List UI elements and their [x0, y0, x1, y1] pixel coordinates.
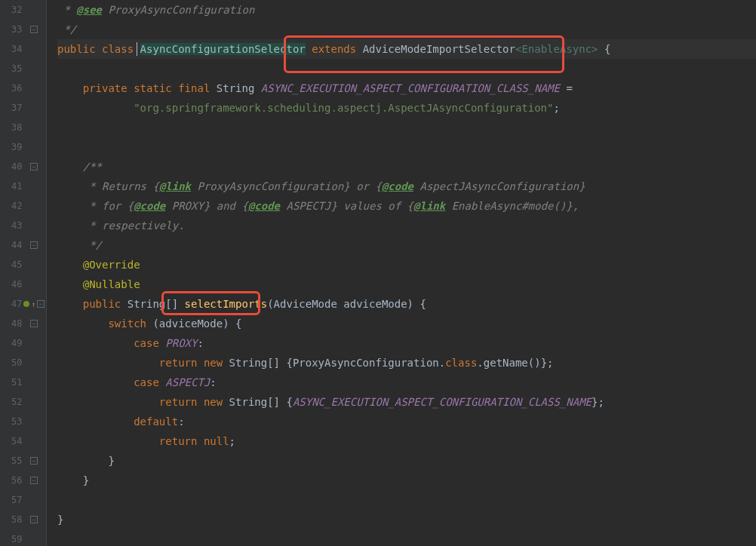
gutter-row: 33−: [0, 20, 46, 39]
fold-icon[interactable]: −: [30, 457, 38, 465]
line-number: 32: [0, 5, 23, 15]
fold-icon[interactable]: −: [30, 516, 38, 523]
line-number: 54: [0, 436, 23, 446]
code-line: switch (adviceMode) {: [57, 314, 756, 333]
line-number: 38: [0, 122, 23, 133]
line-number: 48: [0, 318, 23, 329]
gutter-icons: −: [23, 241, 46, 249]
line-number: 50: [0, 357, 23, 368]
code-line: }: [57, 471, 756, 490]
line-number: 42: [0, 201, 23, 211]
gutter-row: 36: [0, 78, 46, 98]
gutter-icons: −: [23, 163, 46, 170]
gutter-icons: ↑−: [23, 300, 46, 308]
gutter-row: 57: [0, 490, 46, 510]
gutter-row: 40−: [0, 157, 46, 176]
code-line: * @see ProxyAsyncConfiguration: [57, 0, 756, 20]
code-line: */: [57, 20, 756, 39]
fold-icon[interactable]: −: [30, 163, 38, 170]
gutter-row: 43: [0, 216, 46, 235]
gutter-row: 34: [0, 39, 46, 59]
gutter-row: 56−: [0, 471, 46, 490]
fold-icon[interactable]: −: [37, 300, 45, 308]
line-number: 51: [0, 377, 23, 388]
code-line: @Nullable: [57, 275, 756, 294]
code-line: return new String[] {ProxyAsyncConfigura…: [57, 353, 756, 373]
line-number: 37: [0, 103, 23, 113]
override-arrow-icon[interactable]: ↑: [31, 300, 35, 308]
gutter-row: 51: [0, 373, 46, 392]
code-line: [57, 490, 756, 510]
gutter-icons: −: [23, 320, 46, 327]
line-number: 58: [0, 514, 23, 525]
line-number: 45: [0, 259, 23, 270]
gutter-icons: −: [23, 477, 46, 484]
line-number: 55: [0, 456, 23, 466]
gutter-row: 42: [0, 196, 46, 216]
gutter-row: 45: [0, 255, 46, 275]
code-line: */: [57, 235, 756, 255]
gutter-row: 46: [0, 275, 46, 294]
code-line: * for {@code PROXY} and {@code ASPECTJ} …: [57, 196, 756, 216]
gutter-row: 54: [0, 431, 46, 451]
code-area[interactable]: * @see ProxyAsyncConfiguration */ public…: [47, 0, 756, 546]
line-number: 52: [0, 397, 23, 407]
line-number: 35: [0, 63, 23, 74]
line-number: 40: [0, 161, 23, 172]
line-number: 59: [0, 534, 23, 544]
code-line: "org.springframework.scheduling.aspectj.…: [57, 98, 756, 118]
line-number: 36: [0, 83, 23, 94]
code-line: case PROXY:: [57, 333, 756, 353]
code-line: public class AsyncConfigurationSelector …: [57, 39, 756, 59]
code-line: @Override: [57, 255, 756, 275]
line-number: 56: [0, 475, 23, 486]
gutter-row: 53: [0, 412, 46, 431]
code-line: private static final String ASYNC_EXECUT…: [57, 78, 756, 98]
code-line: * respectively.: [57, 216, 756, 235]
code-line: return new String[] {ASYNC_EXECUTION_ASP…: [57, 392, 756, 412]
gutter-row: 32: [0, 0, 46, 20]
fold-icon[interactable]: −: [30, 320, 38, 327]
gutter-row: 49: [0, 333, 46, 353]
code-line: * Returns {@link ProxyAsyncConfiguration…: [57, 176, 756, 196]
gutter-icons: −: [23, 516, 46, 523]
line-number: 49: [0, 338, 23, 348]
line-number: 33: [0, 24, 23, 35]
code-line: default:: [57, 412, 756, 431]
line-number: 47: [0, 299, 23, 309]
gutter-icons: −: [23, 457, 46, 465]
fold-icon[interactable]: −: [30, 26, 38, 33]
code-line: case ASPECTJ:: [57, 373, 756, 392]
line-number: 53: [0, 416, 23, 427]
line-number: 46: [0, 279, 23, 290]
gutter-row: 41: [0, 176, 46, 196]
line-number: 44: [0, 240, 23, 250]
gutter: 3233−34353637383940−41424344−454647↑−48−…: [0, 0, 47, 546]
code-line: [57, 137, 756, 157]
code-line: [57, 529, 756, 546]
line-number: 34: [0, 44, 23, 54]
code-line: /**: [57, 157, 756, 176]
code-editor: 3233−34353637383940−41424344−454647↑−48−…: [0, 0, 756, 546]
line-number: 57: [0, 495, 23, 505]
line-number: 43: [0, 220, 23, 231]
code-line: public String[] selectImports(AdviceMode…: [57, 294, 756, 314]
gutter-row: 39: [0, 137, 46, 157]
gutter-row: 55−: [0, 451, 46, 471]
gutter-row: 37: [0, 98, 46, 118]
gutter-row: 58−: [0, 510, 46, 529]
gutter-icons: −: [23, 26, 46, 33]
code-line: [57, 118, 756, 137]
code-line: }: [57, 510, 756, 529]
fold-icon[interactable]: −: [30, 241, 38, 249]
gutter-row: 47↑−: [0, 294, 46, 314]
gutter-row: 44−: [0, 235, 46, 255]
fold-icon[interactable]: −: [30, 477, 38, 484]
line-number: 41: [0, 181, 23, 192]
code-line: }: [57, 451, 756, 471]
gutter-row: 59: [0, 529, 46, 546]
gutter-row: 48−: [0, 314, 46, 333]
breakpoint-marker-icon[interactable]: [23, 301, 29, 307]
code-line: [57, 59, 756, 78]
gutter-row: 35: [0, 59, 46, 78]
